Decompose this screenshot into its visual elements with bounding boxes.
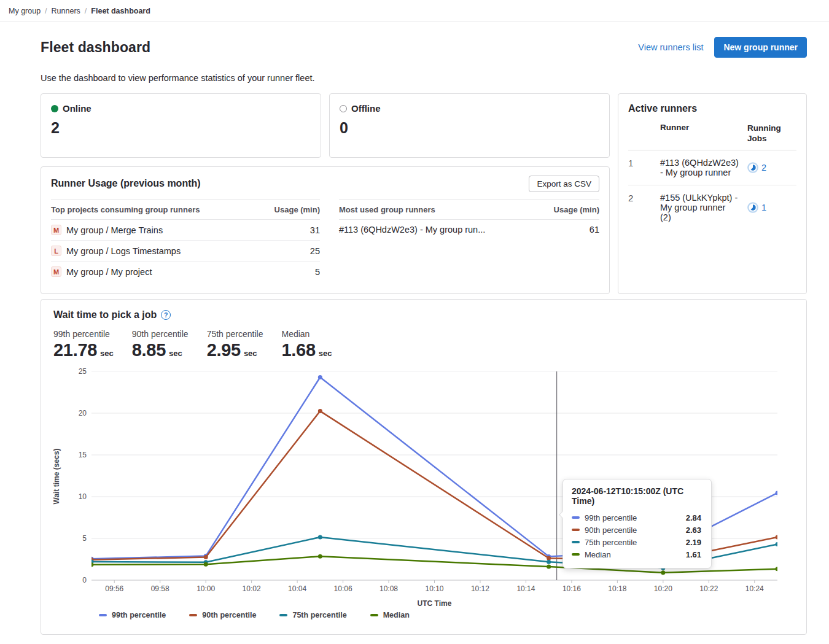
- stat-label: Median: [281, 329, 332, 339]
- column-header-runner: Runner: [660, 123, 739, 144]
- column-header-usage-min: Usage (min): [554, 205, 599, 214]
- x-tick-label: 10:20: [649, 584, 677, 593]
- stat-value: 21.78: [53, 340, 97, 360]
- x-tick-label: 10:24: [741, 584, 769, 593]
- x-tick-label: 10:16: [558, 584, 586, 593]
- stat-75th-percentile: 75th percentile 2.95 sec: [207, 329, 263, 360]
- project-avatar: M: [51, 225, 61, 235]
- chart-legend: 99th percentile 90th percentile 75th per…: [99, 611, 410, 619]
- dashboard-cards: Online 2 Offline 0 Active runners Runner…: [41, 93, 807, 294]
- x-tick-label: 10:06: [329, 584, 357, 593]
- help-icon[interactable]: ?: [161, 310, 171, 320]
- column-header-usage-min: Usage (min): [274, 205, 320, 214]
- page-title: Fleet dashboard: [41, 39, 150, 56]
- usage-minutes: 25: [310, 246, 320, 256]
- running-jobs-count-link[interactable]: 1: [761, 203, 766, 212]
- legend-swatch: [279, 614, 287, 616]
- x-tick-label: 10:10: [421, 584, 449, 593]
- stat-99th-percentile: 99th percentile 21.78 sec: [53, 329, 114, 360]
- column-header-most-used-runners: Most used group runners: [339, 205, 435, 214]
- tooltip-swatch: [572, 541, 580, 543]
- stat-median: Median 1.68 sec: [281, 329, 332, 360]
- status-running-icon: [747, 162, 758, 173]
- legend-swatch: [99, 614, 107, 616]
- y-tick-label: 10: [51, 492, 87, 501]
- active-runners-title: Active runners: [628, 103, 796, 114]
- y-axis-title: Wait time (secs): [52, 436, 61, 516]
- y-tick-label: 5: [51, 534, 87, 543]
- table-row: 2 #155 (ULkKYpkpt) - My group runner (2)…: [628, 185, 796, 230]
- offline-status-icon: [340, 105, 347, 112]
- online-runners-card: Online 2: [41, 93, 321, 158]
- legend-item[interactable]: 75th percentile: [279, 611, 346, 619]
- new-group-runner-button[interactable]: New group runner: [714, 37, 807, 58]
- online-status-icon: [51, 105, 58, 112]
- tooltip-row: 99th percentile2.84: [572, 511, 701, 524]
- legend-item[interactable]: 90th percentile: [189, 611, 256, 619]
- x-tick-label: 09:56: [100, 584, 128, 593]
- wait-time-chart[interactable]: Wait time (secs) 051015202509:5609:5810:…: [51, 367, 796, 619]
- y-tick-label: 15: [51, 451, 87, 459]
- table-row: M My group / Merge Trains 31: [51, 220, 320, 241]
- breadcrumb-current: Fleet dashboard: [91, 7, 150, 15]
- tooltip-title: 2024-06-12T10:15:00Z (UTC Time): [572, 486, 701, 506]
- stat-value: 2.95: [207, 340, 241, 360]
- x-tick-label: 10:12: [466, 584, 494, 593]
- offline-runners-card: Offline 0: [329, 93, 610, 158]
- project-avatar: M: [51, 266, 61, 277]
- wait-time-stats: 99th percentile 21.78 sec 90th percentil…: [53, 329, 796, 360]
- column-header-running-jobs: Running Jobs: [739, 123, 796, 144]
- breadcrumb-my-group[interactable]: My group: [9, 7, 41, 15]
- x-tick-label: 10:22: [695, 584, 723, 593]
- runner-rank: 1: [628, 158, 660, 177]
- breadcrumb: My group / Runners / Fleet dashboard: [0, 0, 829, 22]
- export-csv-button[interactable]: Export as CSV: [529, 176, 599, 192]
- runner-usage-title: Runner Usage (previous month): [51, 178, 599, 189]
- x-tick-label: 09:58: [146, 584, 174, 593]
- offline-count: 0: [340, 119, 599, 137]
- runner-name: #113 (6QHdzW2e3) - My group runner: [660, 158, 739, 177]
- legend-swatch: [189, 614, 197, 616]
- view-runners-list-link[interactable]: View runners list: [638, 42, 703, 52]
- header-actions: View runners list New group runner: [638, 37, 807, 58]
- table-row: M My group / My project 5: [51, 262, 320, 282]
- x-tick-label: 10:00: [192, 584, 220, 593]
- running-jobs-count-link[interactable]: 2: [761, 163, 766, 173]
- wait-time-card: Wait time to pick a job ? 99th percentil…: [41, 299, 807, 635]
- top-projects-table: Top projects consuming group runners Usa…: [51, 199, 320, 282]
- stat-unit: sec: [244, 349, 257, 358]
- x-axis-title: UTC Time: [91, 599, 777, 608]
- tooltip-row: 90th percentile2.63: [572, 524, 701, 536]
- stat-90th-percentile: 90th percentile 8.85 sec: [132, 329, 189, 360]
- chart-tooltip: 2024-06-12T10:15:00Z (UTC Time) 99th per…: [562, 479, 712, 568]
- project-name: My group / My project: [66, 267, 152, 277]
- runner-name: #155 (ULkKYpkpt) - My group runner (2): [660, 193, 739, 222]
- x-tick-label: 10:02: [238, 584, 266, 593]
- stat-label: 99th percentile: [53, 329, 114, 339]
- stat-value: 1.68: [281, 340, 315, 360]
- legend-item[interactable]: 99th percentile: [99, 611, 166, 619]
- breadcrumb-runners[interactable]: Runners: [52, 7, 80, 15]
- stat-unit: sec: [319, 349, 332, 358]
- stat-label: 75th percentile: [207, 329, 263, 339]
- tooltip-swatch: [572, 529, 580, 531]
- page-header: Fleet dashboard View runners list New gr…: [41, 37, 807, 58]
- column-header-top-projects: Top projects consuming group runners: [51, 205, 200, 214]
- x-tick-label: 10:04: [283, 584, 311, 593]
- project-avatar: L: [51, 246, 61, 256]
- x-tick-label: 10:14: [512, 584, 540, 593]
- table-row: 1 #113 (6QHdzW2e3) - My group runner 2: [628, 150, 796, 185]
- online-count: 2: [51, 119, 311, 137]
- breadcrumb-separator: /: [45, 7, 47, 15]
- active-runners-table: Runner Running Jobs 1 #113 (6QHdzW2e3) -…: [628, 123, 796, 230]
- y-tick-label: 0: [51, 576, 87, 584]
- y-tick-label: 20: [51, 409, 87, 417]
- online-label: Online: [63, 103, 91, 114]
- page-subtitle: Use the dashboard to view performance st…: [41, 73, 807, 83]
- tooltip-swatch: [572, 516, 580, 519]
- tooltip-row: 75th percentile2.19: [572, 536, 701, 548]
- tooltip-row: Median1.61: [572, 548, 701, 561]
- legend-item[interactable]: Median: [370, 611, 410, 619]
- table-row: L My group / Logs Timestamps 25: [51, 241, 320, 262]
- breadcrumb-separator: /: [85, 7, 87, 15]
